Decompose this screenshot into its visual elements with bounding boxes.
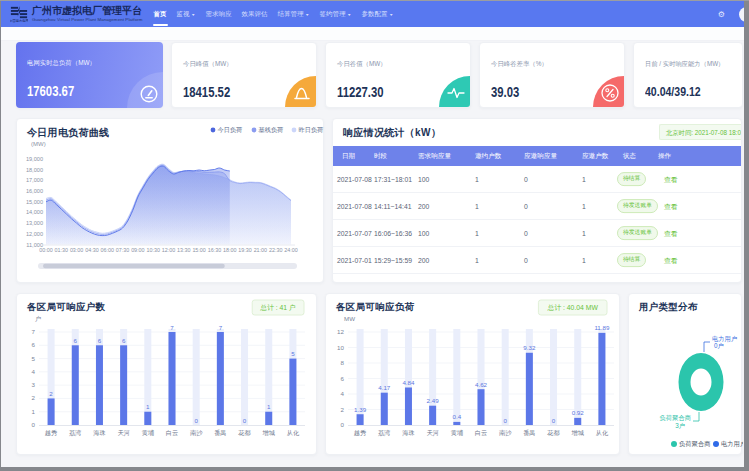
- bar-background-strip: [265, 329, 272, 425]
- y-tick-label: 17,000: [26, 177, 43, 183]
- x-category-label: 天河: [117, 429, 129, 437]
- nav-item-5[interactable]: 结算管理▼: [272, 1, 314, 27]
- x-tick-label: 10:30: [146, 247, 160, 253]
- table-row: 2021-07-0814:11~14:41200101待发送账单查看: [333, 193, 742, 220]
- load-curve-chart[interactable]: (MW)11,00012,00013,00014,00015,00016,000…: [17, 119, 325, 284]
- table-row: 2021-07-0817:31~18:01100101待结算查看: [333, 166, 742, 193]
- avatar[interactable]: [739, 7, 744, 22]
- y-tick-label: 18,000: [26, 167, 43, 173]
- x-category-label: 增城: [263, 429, 276, 437]
- column-header: 应邀响应量: [524, 146, 557, 166]
- percent-icon: [593, 76, 624, 107]
- district-load-panel: 各区局可响应负荷 总计 : 40.04 MWMW0246810121.39越秀4…: [325, 293, 620, 455]
- view-link[interactable]: 查看: [664, 220, 678, 247]
- x-category-label: 白云: [166, 429, 178, 437]
- user-type-chart[interactable]: 电力用户0户负荷聚合商3户负荷聚合商电力用户: [629, 294, 743, 456]
- bar[interactable]: [429, 406, 436, 425]
- view-link[interactable]: 查看: [664, 166, 678, 193]
- pulse-icon: [439, 76, 470, 107]
- bar[interactable]: [169, 332, 176, 425]
- x-tick-label: 16:30: [208, 247, 222, 253]
- y-tick-label: 16,000: [26, 188, 43, 194]
- cell-date: 2021-07-08: [337, 193, 372, 220]
- bar-value-label: 5: [291, 350, 295, 357]
- navbar: 中国南方电网 广州市虚拟电厂管理平台 Guangzhou Virtual Pow…: [1, 1, 744, 27]
- cell-demand: 200: [418, 247, 429, 274]
- x-tick-label: 12:00: [162, 247, 176, 253]
- bar[interactable]: [405, 387, 412, 425]
- bar[interactable]: [265, 412, 272, 425]
- nav-item-label: 参数配置: [361, 10, 387, 19]
- kpi-card-4: 今日峰谷差率（%）39.03: [479, 42, 625, 108]
- cell-date: 2021-07-01: [337, 247, 372, 274]
- bar[interactable]: [453, 422, 460, 425]
- x-tick-label: 03:00: [70, 247, 84, 253]
- column-header: 日期: [342, 146, 355, 166]
- legend-dot[interactable]: [252, 128, 257, 133]
- cell-period: 17:31~18:01: [374, 166, 412, 193]
- nav-item-2[interactable]: 监视▼: [172, 1, 201, 27]
- kpi-card-2: 今日峰值（MW）18415.52: [171, 42, 317, 108]
- bar[interactable]: [217, 332, 224, 425]
- nav-item-label: 需求响应: [205, 10, 231, 19]
- gear-icon[interactable]: ⚙: [718, 10, 725, 19]
- column-header: 状态: [623, 146, 636, 166]
- bar-value-label: 6: [122, 337, 126, 344]
- load-curve-panel: 今日用电负荷曲线 (MW)11,00012,00013,00014,00015,…: [16, 118, 324, 283]
- status-badge: 待结算: [617, 172, 646, 186]
- bar[interactable]: [574, 418, 581, 425]
- nav-item-7[interactable]: 参数配置▼: [356, 1, 398, 27]
- cell-demand: 200: [418, 193, 429, 220]
- app-window: 中国南方电网 广州市虚拟电厂管理平台 Guangzhou Virtual Pow…: [1, 1, 744, 467]
- bar-value-label: 11.89: [594, 324, 610, 331]
- chart-scrollbar[interactable]: [43, 264, 225, 268]
- view-link[interactable]: 查看: [664, 193, 678, 220]
- bar[interactable]: [96, 345, 103, 425]
- y-axis-unit: MW: [344, 315, 355, 322]
- x-category-label: 荔湾: [69, 429, 81, 437]
- bar[interactable]: [381, 393, 388, 425]
- view-link[interactable]: 查看: [664, 247, 678, 274]
- nav-item-4[interactable]: 效果评估: [236, 1, 272, 27]
- chevron-down-icon: ▼: [347, 12, 351, 16]
- nav-item-6[interactable]: 签约管理▼: [314, 1, 356, 27]
- legend-label[interactable]: 昨日负荷: [299, 126, 324, 134]
- total-badge-label: 总计 : 40.04 MW: [547, 304, 599, 311]
- legend-dot[interactable]: [292, 128, 297, 133]
- y-tick-label: 2: [341, 406, 345, 413]
- district-load-chart[interactable]: 总计 : 40.04 MWMW0246810121.39越秀4.17荔湾4.84…: [326, 294, 621, 456]
- bar[interactable]: [598, 333, 605, 425]
- y-tick-label: 10: [337, 344, 344, 351]
- kpi-label: 电网实时总负荷（MW）: [27, 59, 96, 68]
- bar[interactable]: [48, 398, 55, 425]
- y-tick-label: 6: [341, 375, 345, 382]
- bar[interactable]: [357, 414, 364, 425]
- x-category-label: 白云: [475, 429, 487, 437]
- x-tick-label: 21:00: [254, 247, 268, 253]
- cell-responded: 0: [524, 166, 528, 193]
- legend-label[interactable]: 基线负荷: [258, 126, 284, 133]
- cell-period: 15:29~15:59: [374, 247, 412, 274]
- cell-date: 2021-07-08: [337, 166, 372, 193]
- bar[interactable]: [72, 345, 79, 425]
- legend-label[interactable]: 今日负荷: [218, 126, 243, 134]
- bar[interactable]: [478, 389, 485, 425]
- y-tick-label: 12: [337, 328, 344, 335]
- bar-background-strip: [550, 329, 557, 425]
- bar[interactable]: [526, 353, 533, 425]
- bar-background-strip: [241, 329, 248, 425]
- bar[interactable]: [120, 345, 127, 425]
- grid-logo-icon: 中国南方电网: [10, 5, 28, 24]
- bar[interactable]: [289, 359, 296, 425]
- donut-ring[interactable]: [679, 353, 724, 411]
- gauge-icon: [127, 72, 163, 108]
- y-tick-label: 5: [32, 355, 36, 362]
- nav-item-1[interactable]: 首页: [149, 1, 172, 27]
- district-users-chart[interactable]: 总计 : 41 户户012345672越秀6荔湾6海珠6天河1黄埔7白云0南沙7…: [17, 294, 318, 456]
- nav-item-3[interactable]: 需求响应: [200, 1, 236, 27]
- brand-text: 广州市虚拟电厂管理平台 Guangzhou Virtual Power Plan…: [32, 6, 143, 22]
- x-tick-label: 22:30: [269, 247, 283, 253]
- legend-dot[interactable]: [211, 128, 216, 133]
- bar[interactable]: [144, 412, 151, 425]
- cell-resp_users: 1: [582, 166, 586, 193]
